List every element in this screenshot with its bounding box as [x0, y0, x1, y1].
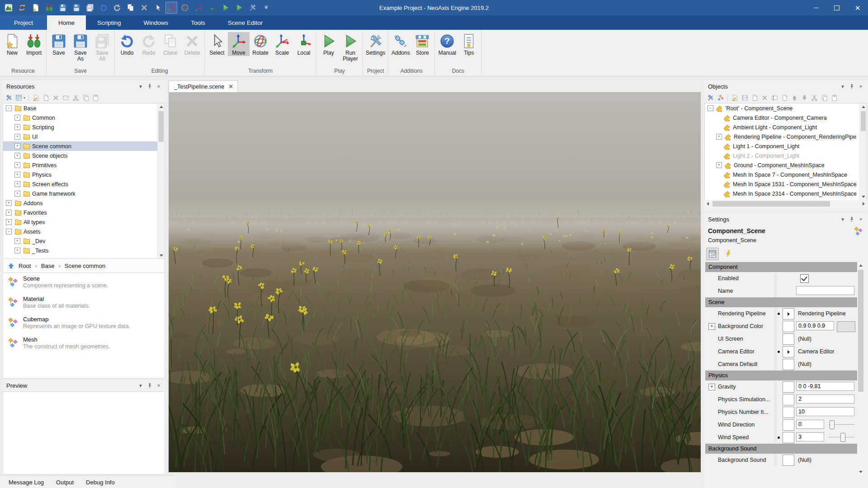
- events-view-button[interactable]: [722, 248, 734, 259]
- reference-button[interactable]: [783, 455, 794, 466]
- close-button[interactable]: ✕: [847, 0, 868, 15]
- class-list-item-mesh[interactable]: MeshThe construct of mesh geometries.: [3, 334, 165, 354]
- quickbar-save-as-button[interactable]: [71, 2, 82, 14]
- property-row-camera-editor[interactable]: Camera EditorCamera Editor: [705, 345, 857, 358]
- resources-tree-item[interactable]: +Game framework: [3, 189, 165, 198]
- objects-page-button[interactable]: [751, 94, 759, 102]
- property-text-input[interactable]: [796, 394, 854, 404]
- expand-icon[interactable]: +: [14, 238, 20, 244]
- objects-horizontal-scrollbar[interactable]: [704, 200, 867, 207]
- ribbon-button-rotate[interactable]: Rotate: [250, 32, 271, 56]
- panel-menu-button[interactable]: ▾: [838, 82, 847, 91]
- objects-page-edit-button[interactable]: [731, 94, 739, 102]
- up-level-icon[interactable]: [8, 263, 14, 269]
- checkbox[interactable]: [800, 274, 809, 283]
- quickbar-undo-button[interactable]: [98, 2, 109, 14]
- resources-tree-item[interactable]: +All types: [3, 217, 165, 227]
- scene-viewport[interactable]: [169, 92, 701, 472]
- reference-button[interactable]: [783, 359, 794, 370]
- reference-button[interactable]: [783, 381, 794, 393]
- resources-tree-item[interactable]: +_Dev: [3, 236, 165, 246]
- breadcrumb-item[interactable]: Scene common: [65, 263, 105, 269]
- objects-tree-item[interactable]: +Ground - Component_MeshInSpace: [705, 160, 867, 170]
- ribbon-button-settings[interactable]: Settings: [364, 32, 387, 56]
- panel-close-button[interactable]: ×: [154, 82, 163, 91]
- property-text-input[interactable]: [796, 407, 854, 416]
- reference-button[interactable]: [783, 346, 794, 357]
- slider-thumb[interactable]: [840, 433, 845, 442]
- objects-tree-item[interactable]: Ambient Light - Component_Light: [705, 122, 867, 132]
- breadcrumb-item[interactable]: Root: [19, 263, 31, 269]
- menu-tab-home[interactable]: Home: [47, 15, 86, 30]
- objects-tree-item[interactable]: Light 2 - Component_Light: [705, 151, 867, 160]
- ribbon-button-delete[interactable]: Delete: [181, 32, 203, 56]
- resources-view-grid-button[interactable]: [15, 94, 23, 102]
- resources-tree-item[interactable]: +Primitives: [3, 160, 165, 170]
- resources-copy-button[interactable]: [82, 94, 90, 102]
- quickbar-move-button[interactable]: [165, 2, 177, 14]
- class-list-item-scene[interactable]: SceneComponent representing a scene.: [3, 273, 165, 293]
- reference-button[interactable]: [783, 321, 794, 332]
- quickbar-refresh-button[interactable]: [16, 2, 28, 14]
- class-list-item-cubemap[interactable]: CubemapRepresents an image or GPU textur…: [3, 314, 165, 334]
- resources-tree-item[interactable]: +Scripting: [3, 122, 165, 132]
- quickbar-chevron-down-button[interactable]: [260, 2, 272, 14]
- property-row-wind-speed[interactable]: Wind Speed: [705, 431, 857, 444]
- reference-button[interactable]: [783, 394, 794, 405]
- objects-tree-item[interactable]: Camera Editor - Component_Camera: [705, 113, 867, 122]
- expand-icon[interactable]: +: [6, 200, 12, 206]
- property-row-gravity[interactable]: +Gravity: [705, 380, 857, 393]
- ribbon-button-run-player[interactable]: Run Player: [340, 32, 361, 62]
- ribbon-button-local[interactable]: Local: [293, 32, 315, 56]
- resources-tree-item[interactable]: +_Tests: [3, 246, 165, 255]
- property-row-physics-simulation-[interactable]: Physics Simulation...: [705, 393, 857, 406]
- objects-delete-x-button[interactable]: [761, 94, 769, 102]
- quickbar-save-button[interactable]: [57, 2, 69, 14]
- panel-close-button[interactable]: ×: [856, 82, 865, 91]
- objects-paste-button[interactable]: [830, 94, 838, 102]
- property-row-ui-screen[interactable]: UI Screen(Null): [705, 333, 857, 345]
- quickbar-neoaxis-logo-button[interactable]: [3, 2, 14, 14]
- objects-toolset-mini-button[interactable]: [707, 94, 714, 102]
- expand-icon[interactable]: +: [14, 153, 20, 159]
- resources-tree-item[interactable]: +Common: [3, 113, 165, 122]
- property-row-name[interactable]: Name: [705, 285, 857, 297]
- reference-button[interactable]: [783, 432, 794, 443]
- resources-toolset-mini-button[interactable]: [5, 94, 13, 102]
- expand-icon[interactable]: +: [6, 210, 12, 216]
- quickbar-settings-button[interactable]: [247, 2, 259, 14]
- properties-view-button[interactable]: [706, 248, 719, 260]
- expand-icon[interactable]: +: [708, 384, 715, 390]
- resources-tree-item[interactable]: +Physics: [3, 170, 165, 179]
- resources-tree-item[interactable]: +UI: [3, 132, 165, 141]
- objects-save-mini-button[interactable]: [741, 94, 749, 102]
- menu-tab-windows[interactable]: Windows: [132, 15, 180, 30]
- resources-delete-x-button[interactable]: [52, 94, 60, 102]
- settings-scrollbar[interactable]: [857, 262, 864, 475]
- property-row-enabled[interactable]: Enabled: [705, 272, 857, 285]
- quickbar-local-button[interactable]: [206, 2, 218, 14]
- ribbon-button-save-all[interactable]: Save All: [91, 32, 113, 62]
- panel-menu-button[interactable]: ▾: [838, 215, 847, 224]
- expand-icon[interactable]: +: [14, 172, 20, 178]
- reference-button[interactable]: [783, 308, 794, 319]
- quickbar-new-file-button[interactable]: [30, 2, 42, 14]
- resources-mail-button[interactable]: [62, 94, 70, 102]
- ribbon-button-undo[interactable]: Undo: [116, 32, 138, 56]
- pin-button[interactable]: [847, 82, 856, 91]
- panel-close-button[interactable]: ×: [154, 381, 163, 390]
- expand-icon[interactable]: +: [6, 219, 12, 225]
- objects-cut-button[interactable]: [811, 94, 818, 102]
- ribbon-button-save-as[interactable]: Save As: [70, 32, 91, 62]
- resources-tree-item[interactable]: +Favorites: [3, 208, 165, 217]
- panel-menu-button[interactable]: ▾: [136, 381, 145, 390]
- resources-page-edit-button[interactable]: [32, 94, 40, 102]
- breadcrumb-item[interactable]: Base: [41, 263, 55, 269]
- panel-menu-button[interactable]: ▾: [136, 82, 145, 91]
- objects-tree-scrollbar[interactable]: [859, 103, 867, 200]
- expand-icon[interactable]: +: [14, 181, 20, 187]
- property-row-camera-default[interactable]: Camera Default(Null): [705, 358, 857, 371]
- objects-tree-item[interactable]: Mesh In Space 2314 - Component_MeshInSpa…: [705, 189, 867, 198]
- resources-tree-item[interactable]: +Scene common: [3, 141, 165, 151]
- resources-paste-button[interactable]: [92, 94, 99, 102]
